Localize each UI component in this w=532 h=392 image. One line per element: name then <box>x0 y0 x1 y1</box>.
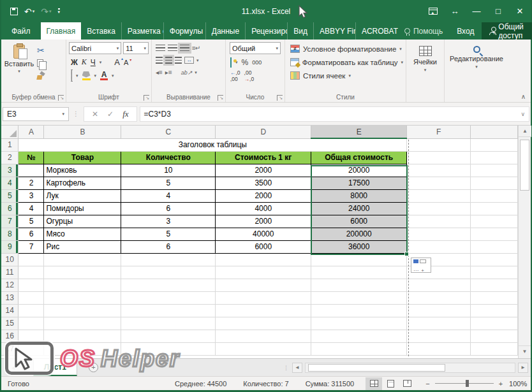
cell-B16[interactable] <box>44 330 121 342</box>
tab-splitter-grip[interactable]: ⋮ <box>283 365 290 371</box>
cell-F4[interactable] <box>407 177 471 189</box>
scroll-down-icon[interactable]: ▼ <box>519 345 531 357</box>
cell-D13[interactable] <box>216 291 311 304</box>
scroll-up-icon[interactable]: ▲ <box>519 126 531 137</box>
ribbon-display-options-button[interactable] <box>422 0 444 22</box>
font-size-combobox[interactable]: 11▾ <box>123 42 149 54</box>
column-header-A[interactable]: A <box>18 126 44 138</box>
new-sheet-button[interactable]: + <box>89 363 98 372</box>
cell-A12[interactable] <box>18 279 44 291</box>
row-header-17[interactable]: 17 <box>1 342 18 355</box>
paste-dropdown-icon[interactable]: ▾ <box>18 69 20 74</box>
cell-F2[interactable] <box>407 151 471 164</box>
cell-D7[interactable]: 2000 <box>216 215 311 228</box>
font-color-button[interactable]: А <box>100 71 108 80</box>
cell-E7[interactable]: 6000 <box>311 215 407 228</box>
cell-C11[interactable] <box>121 266 216 279</box>
column-header-F[interactable]: F <box>407 126 471 138</box>
cell-F12[interactable] <box>407 279 471 291</box>
cell-B3[interactable]: Морковь <box>44 164 121 177</box>
cell-A3[interactable] <box>18 164 44 177</box>
dialog-launcher-icon[interactable]: ↘ <box>277 95 283 101</box>
wrap-text-button[interactable]: ≡↵ <box>192 45 200 52</box>
cell-F3[interactable] <box>407 164 471 177</box>
cell-C2[interactable]: Количество <box>121 151 216 164</box>
cell-E2[interactable]: Общая стоимость <box>311 151 407 164</box>
expand-formula-bar-icon[interactable]: ∨ <box>521 111 525 117</box>
select-all-corner[interactable] <box>1 126 18 138</box>
cell-E6[interactable]: 24000 <box>311 202 407 215</box>
name-box[interactable]: E3▾ <box>3 107 69 121</box>
cell-G5[interactable] <box>471 189 518 202</box>
row-header-11[interactable]: 11 <box>1 266 18 279</box>
cell-A6[interactable]: 4 <box>18 202 44 215</box>
row-header-15[interactable]: 15 <box>1 317 18 330</box>
cell-B15[interactable] <box>44 317 121 330</box>
normal-view-button[interactable] <box>366 377 382 390</box>
cell-G16[interactable] <box>471 330 518 342</box>
column-header-C[interactable]: C <box>121 126 216 138</box>
accounting-format-button[interactable] <box>230 58 232 67</box>
cell-C7[interactable]: 3 <box>121 215 216 228</box>
cell-D4[interactable]: 3500 <box>216 177 311 189</box>
close-button[interactable]: ✕ <box>509 0 531 22</box>
cell-E4[interactable]: 17500 <box>311 177 407 189</box>
fill-color-button[interactable] <box>82 71 91 80</box>
decrease-decimal-button[interactable]: ,00→,0 <box>244 69 255 82</box>
autofill-options-button[interactable]: ⋯ + <box>411 258 431 273</box>
merge-center-button[interactable]: ↔ <box>184 57 194 64</box>
ribbon-tab-4[interactable]: Формулы <box>164 22 206 40</box>
zoom-in-button[interactable]: + <box>499 380 503 388</box>
cell-D5[interactable]: 2000 <box>216 189 311 202</box>
redo-button[interactable]: ↷▾ <box>41 6 51 17</box>
cell-G9[interactable] <box>471 240 518 253</box>
format-as-table-button[interactable]: Форматировать как таблицу▾ <box>290 55 403 69</box>
cell-A7[interactable]: 5 <box>18 215 44 228</box>
enter-formula-icon[interactable]: ✓ <box>107 110 114 119</box>
number-format-combobox[interactable]: Общий▾ <box>230 42 281 54</box>
customize-qat-button[interactable]: ▾ <box>58 8 61 14</box>
cell-A5[interactable]: 3 <box>18 189 44 202</box>
ribbon-tab-6[interactable]: Рецензиро <box>246 22 288 40</box>
cell-G1[interactable] <box>471 138 518 151</box>
cell-F6[interactable] <box>407 202 471 215</box>
cell-F16[interactable] <box>407 330 471 342</box>
borders-button[interactable] <box>71 70 72 82</box>
cell-A1[interactable]: Заголовок таблицы <box>18 138 407 151</box>
cell-D10[interactable] <box>216 253 311 266</box>
cell-E16[interactable] <box>311 330 407 342</box>
cell-G2[interactable] <box>471 151 518 164</box>
align-right-button[interactable] <box>175 57 182 64</box>
cell-C5[interactable]: 4 <box>121 189 216 202</box>
column-header-B[interactable]: B <box>44 126 121 138</box>
cell-B17[interactable] <box>44 342 121 355</box>
cell-A2[interactable]: № <box>18 151 44 164</box>
row-header-9[interactable]: 9 <box>1 240 18 253</box>
cell-E8[interactable]: 200000 <box>311 228 407 240</box>
formula-input[interactable]: =C3*D3∨ <box>140 106 529 122</box>
cell-B12[interactable] <box>44 279 121 291</box>
vertical-scrollbar[interactable]: ▲ ▼ <box>518 126 531 358</box>
percent-button[interactable]: % <box>242 58 249 67</box>
row-header-10[interactable]: 10 <box>1 253 18 266</box>
cell-A11[interactable] <box>18 266 44 279</box>
cell-C15[interactable] <box>121 317 216 330</box>
row-header-16[interactable]: 16 <box>1 330 18 342</box>
cell-E14[interactable] <box>311 304 407 317</box>
row-header-7[interactable]: 7 <box>1 215 18 228</box>
cell-G13[interactable] <box>471 291 518 304</box>
column-header-E[interactable]: E <box>311 126 407 138</box>
cell-G6[interactable] <box>471 202 518 215</box>
cell-B7[interactable]: Огурцы <box>44 215 121 228</box>
horizontal-scrollbar[interactable]: ⋮ ◄ ► <box>283 359 531 376</box>
row-header-1[interactable]: 1 <box>1 138 18 151</box>
align-top-button[interactable] <box>156 45 165 52</box>
cell-D11[interactable] <box>216 266 311 279</box>
ribbon-tab-7[interactable]: Вид <box>288 22 314 40</box>
cells-button[interactable]: Ячейки ▾ <box>409 42 441 73</box>
cell-A13[interactable] <box>18 291 44 304</box>
cell-G7[interactable] <box>471 215 518 228</box>
scroll-right-icon[interactable]: ► <box>518 363 528 373</box>
ribbon-tab-1[interactable]: Главная <box>41 22 82 40</box>
horizontal-scroll-thumb[interactable] <box>308 364 445 372</box>
